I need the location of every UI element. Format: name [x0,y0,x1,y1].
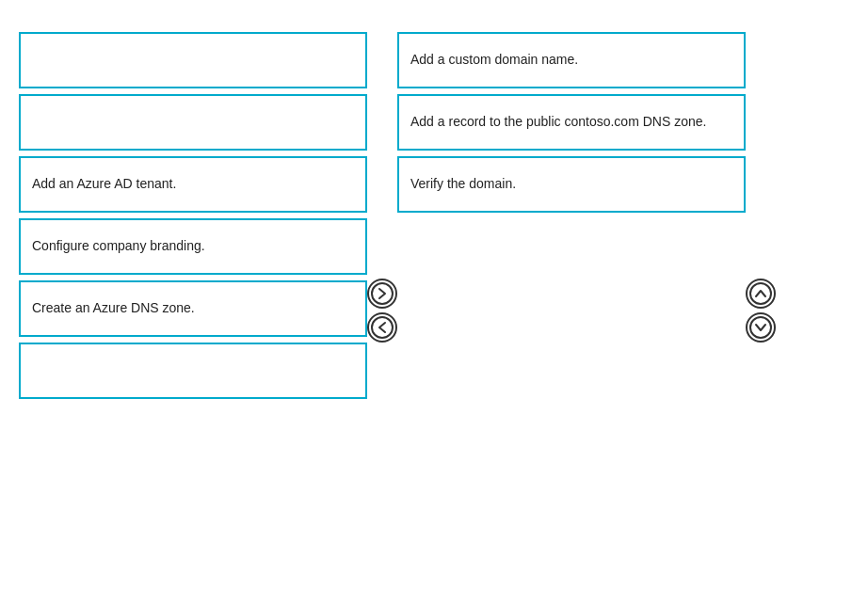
answer-item[interactable]: Add a record to the public contoso.com D… [397,94,746,151]
answer-items-list: Add a custom domain name.Add a record to… [397,32,746,399]
move-left-button[interactable] [367,312,397,343]
actions-items-list: Add an Azure AD tenant.Configure company… [19,32,367,399]
item-text: Add a record to the public contoso.com D… [410,113,706,132]
answer-controls-area [746,19,776,399]
answer-item[interactable]: Add a custom domain name. [397,32,746,88]
move-up-button[interactable] [746,279,776,309]
item-text: Verify the domain. [410,175,516,194]
svg-point-1 [372,317,393,338]
svg-point-0 [372,283,393,304]
actions-item[interactable]: Configure company branding. [19,218,367,275]
answer-item[interactable]: Verify the domain. [397,156,746,213]
actions-item[interactable] [19,343,367,399]
answer-column: Add a custom domain name.Add a record to… [397,19,746,399]
actions-item[interactable] [19,32,367,88]
main-layout: Add an Azure AD tenant.Configure company… [19,19,849,399]
move-down-button[interactable] [746,312,776,343]
actions-column: Add an Azure AD tenant.Configure company… [19,19,367,399]
actions-item[interactable] [19,94,367,151]
svg-point-3 [750,317,771,338]
item-text: Add an Azure AD tenant. [32,175,176,194]
item-text: Add a custom domain name. [410,51,578,70]
transfer-buttons-area [367,19,397,399]
svg-point-2 [750,283,771,304]
actions-item[interactable]: Add an Azure AD tenant. [19,156,367,213]
actions-item[interactable]: Create an Azure DNS zone. [19,280,367,337]
item-text: Create an Azure DNS zone. [32,299,195,318]
item-text: Configure company branding. [32,237,205,256]
move-right-button[interactable] [367,279,397,309]
